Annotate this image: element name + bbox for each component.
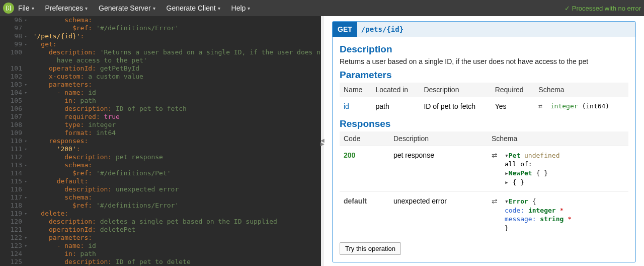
schema-block[interactable]: ▾Error { code: integer * message: string…: [505, 197, 572, 232]
response-row: defaultunexpected error⇄▾Error { code: i…: [340, 192, 628, 238]
parameters-heading: Parameters: [340, 70, 628, 81]
http-method-badge: GET: [333, 22, 357, 37]
operation-header[interactable]: GET /pets/{id}: [333, 22, 635, 37]
try-operation-button[interactable]: Try this operation: [340, 242, 401, 255]
parameters-table: NameLocated inDescriptionRequiredSchema …: [340, 83, 628, 115]
menubar: File▾Preferences▾Generate Server▾Generat…: [0, 0, 644, 16]
logo-icon: [3, 3, 14, 14]
response-code: default: [340, 192, 389, 238]
param-row: idpathID of pet to fetchYes⇄ integer (in…: [340, 97, 628, 115]
swap-icon[interactable]: ⇄: [492, 197, 498, 205]
schema-block[interactable]: ▾Pet undefined all of: ▸NewPet { } ▸ { }: [505, 151, 560, 186]
check-icon: ✓: [565, 5, 570, 12]
swap-icon[interactable]: ⇄: [538, 102, 542, 110]
preview-panel: GET /pets/{id} Description Returns a use…: [324, 16, 644, 266]
caret-down-icon: ▾: [32, 6, 34, 11]
menu-generate-server[interactable]: Generate Server▾: [99, 4, 155, 12]
code-editor[interactable]: 96▾9798▾99▾100101102103▾104▾105106107108…: [0, 16, 321, 266]
description-heading: Description: [340, 44, 628, 55]
endpoint-path: /pets/{id}: [357, 25, 404, 33]
responses-heading: Responses: [340, 118, 628, 129]
svg-point-1: [8, 8, 9, 9]
status-message: ✓ Processed with no error: [565, 5, 641, 12]
menu-generate-client[interactable]: Generate Client▾: [167, 4, 220, 12]
menu-help[interactable]: Help▾: [231, 4, 251, 12]
description-text: Returns a user based on a single ID, if …: [340, 57, 628, 66]
responses-table: CodeDescriptionSchema 200pet response⇄▾P…: [340, 131, 628, 237]
caret-down-icon: ▾: [248, 6, 250, 11]
caret-down-icon: ▾: [153, 6, 155, 11]
svg-point-0: [8, 7, 9, 8]
menu-preferences[interactable]: Preferences▾: [45, 4, 88, 12]
svg-point-2: [8, 9, 9, 10]
param-name: id: [340, 97, 371, 115]
grip-icon: ◀▶: [320, 138, 326, 145]
swap-icon[interactable]: ⇄: [492, 151, 498, 159]
menu-file[interactable]: File▾: [18, 4, 34, 12]
pane-divider[interactable]: ◀▶: [321, 16, 324, 266]
operation-card: GET /pets/{id} Description Returns a use…: [332, 21, 636, 262]
response-code: 200: [340, 146, 389, 191]
response-row: 200pet response⇄▾Pet undefined all of: ▸…: [340, 146, 628, 191]
caret-down-icon: ▾: [85, 6, 88, 11]
caret-down-icon: ▾: [218, 6, 220, 11]
